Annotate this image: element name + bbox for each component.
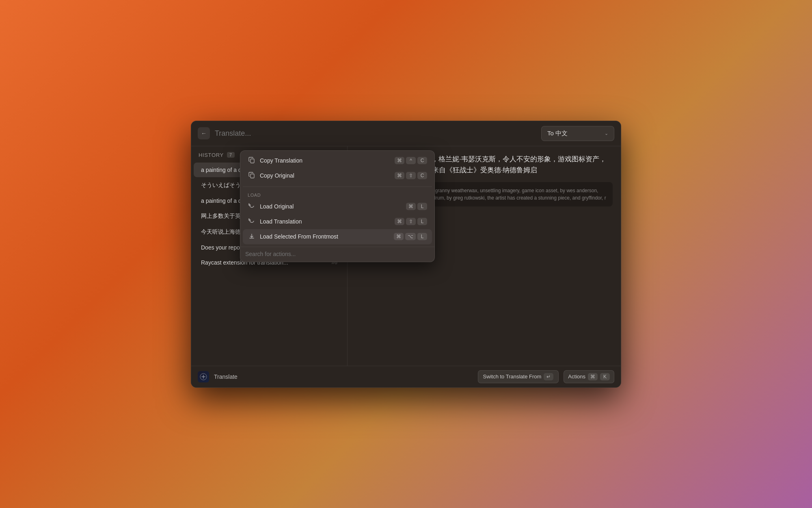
history-count: 7 bbox=[227, 152, 235, 158]
switch-label: Switch to Translate From bbox=[483, 373, 542, 380]
load-original-label: Load Original bbox=[260, 203, 402, 210]
cmd-key-3: ⌘ bbox=[406, 203, 416, 210]
copy-translation-shortcuts: ⌘ ^ C bbox=[395, 157, 427, 164]
menu-separator-1 bbox=[243, 187, 432, 187]
reload-icon bbox=[248, 203, 256, 211]
opt-key: ⌥ bbox=[405, 233, 416, 240]
l-key-2: L bbox=[417, 218, 427, 225]
copy-original-icon bbox=[248, 172, 256, 180]
copy-original-label: Copy Original bbox=[260, 172, 391, 179]
switch-translate-from-button[interactable]: Switch to Translate From ↵ bbox=[478, 370, 559, 383]
cmd-key: ⌘ bbox=[395, 157, 404, 164]
load-translation-item[interactable]: Load Translation ⌘ ⇧ L bbox=[243, 214, 432, 229]
language-selector[interactable]: To 中文 ⌄ bbox=[541, 126, 614, 141]
titlebar: ← To 中文 ⌄ bbox=[191, 121, 621, 146]
menu-copy-section: Copy Translation ⌘ ^ C bbox=[240, 151, 434, 186]
return-key: ↵ bbox=[544, 373, 553, 380]
chevron-down-icon: ⌄ bbox=[605, 131, 608, 136]
load-translation-shortcuts: ⌘ ⇧ L bbox=[395, 218, 427, 225]
actions-search-container bbox=[240, 247, 434, 262]
c-key-2: C bbox=[417, 172, 427, 179]
cmd-key-2: ⌘ bbox=[395, 172, 404, 179]
download-icon bbox=[248, 233, 256, 241]
app-window: ← To 中文 ⌄ History 7 a painting of a cat … bbox=[191, 121, 621, 388]
copy-translation-item[interactable]: Copy Translation ⌘ ^ C bbox=[243, 153, 432, 168]
cmd-key-footer: ⌘ bbox=[588, 373, 598, 380]
cmd-key-5: ⌘ bbox=[394, 233, 404, 240]
load-selected-frontmost-item[interactable]: Load Selected From Frontmost ⌘ ⌥ L bbox=[243, 229, 432, 244]
l-key-3: L bbox=[417, 233, 427, 240]
app-name-label: Translate bbox=[214, 373, 473, 380]
load-selected-shortcuts: ⌘ ⌥ L bbox=[394, 233, 427, 240]
menu-load-section: Load Load Original ⌘ L bbox=[240, 188, 434, 247]
copy-original-item[interactable]: Copy Original ⌘ ⇧ C bbox=[243, 168, 432, 183]
load-original-item[interactable]: Load Original ⌘ L bbox=[243, 199, 432, 214]
reload-icon-2 bbox=[248, 218, 256, 226]
shift-key-2: ⇧ bbox=[406, 218, 416, 225]
load-selected-label: Load Selected From Frontmost bbox=[260, 233, 390, 240]
load-original-shortcuts: ⌘ L bbox=[406, 203, 427, 210]
shift-key: ⇧ bbox=[406, 172, 416, 179]
copy-original-shortcuts: ⌘ ⇧ C bbox=[395, 172, 427, 179]
load-translation-label: Load Translation bbox=[260, 218, 391, 225]
c-key: C bbox=[417, 157, 427, 164]
actions-label: Actions bbox=[568, 373, 585, 380]
search-input[interactable] bbox=[215, 129, 536, 138]
l-key: L bbox=[417, 203, 427, 210]
copy-translation-label: Copy Translation bbox=[260, 157, 391, 164]
context-menu[interactable]: Copy Translation ⌘ ^ C bbox=[240, 150, 435, 262]
back-icon: ← bbox=[201, 130, 207, 137]
lang-label: To 中文 bbox=[547, 130, 568, 137]
app-icon bbox=[198, 371, 209, 382]
back-button[interactable]: ← bbox=[198, 127, 210, 139]
cmd-key-4: ⌘ bbox=[395, 218, 404, 225]
k-key-footer: K bbox=[600, 373, 610, 380]
actions-search-input[interactable] bbox=[245, 251, 430, 257]
history-label: History bbox=[199, 152, 224, 158]
copy-icon bbox=[248, 157, 256, 165]
app-logo-svg bbox=[200, 373, 207, 380]
footer: Translate Switch to Translate From ↵ Act… bbox=[191, 366, 621, 387]
load-section-label: Load bbox=[243, 190, 432, 199]
actions-button[interactable]: Actions ⌘ K bbox=[564, 370, 614, 383]
main-content: History 7 a painting of a cat in a dark … bbox=[191, 146, 621, 366]
ctrl-key: ^ bbox=[406, 157, 416, 164]
